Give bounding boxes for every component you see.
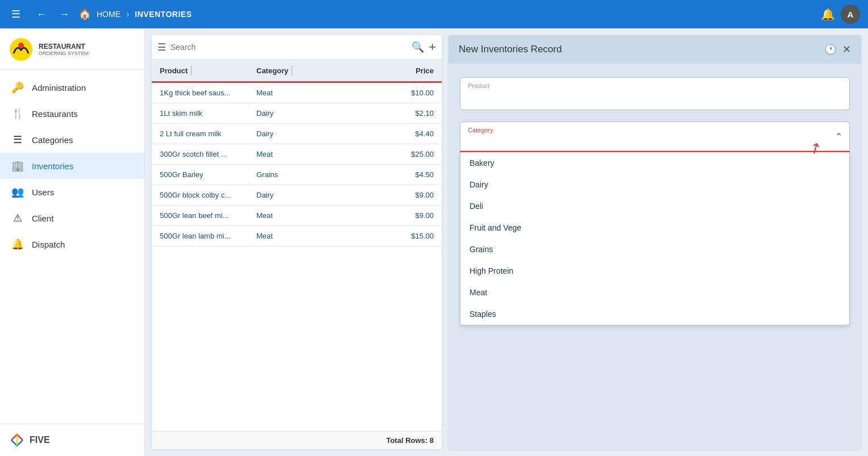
page-title: INVENTORIES: [135, 10, 192, 19]
cell-product: 1Lt skim milk: [152, 103, 248, 123]
dropdown-option[interactable]: High Protein: [460, 260, 849, 282]
sidebar-item-dispatch[interactable]: 🔔 Dispatch: [0, 231, 144, 257]
table-row[interactable]: 500Gr Barley Grains $4.50: [152, 165, 442, 185]
dropdown-option[interactable]: Deli: [460, 195, 849, 217]
cell-category: Meat: [248, 226, 345, 246]
filter-icon: ☰: [157, 41, 166, 53]
cell-price: $15.00: [345, 226, 442, 246]
table-row[interactable]: 300Gr scotch fillet ... Meat $25.00: [152, 144, 442, 165]
back-button[interactable]: ←: [33, 6, 50, 23]
dropdown-option[interactable]: Meat: [460, 282, 849, 303]
cell-product: 2 Lt full cream milk: [152, 124, 248, 144]
table-header: Product Category Price: [152, 60, 442, 83]
cell-category: Dairy: [248, 103, 345, 123]
restaurants-icon: 🍴: [11, 107, 24, 120]
dropdown-option[interactable]: Grains: [460, 239, 849, 260]
table-body: 1Kg thick beef saus... Meat $10.00 1Lt s…: [152, 83, 442, 431]
cell-category: Grains: [248, 165, 345, 185]
forward-button[interactable]: →: [56, 6, 73, 23]
category-label: Category: [468, 127, 493, 133]
administration-icon: 🔑: [11, 81, 24, 94]
table-row[interactable]: 1Lt skim milk Dairy $2.10: [152, 103, 442, 124]
cell-product: 1Kg thick beef saus...: [152, 83, 248, 103]
search-input[interactable]: [171, 43, 407, 52]
dropdown-option[interactable]: Fruit and Vege: [460, 217, 849, 239]
sidebar-item-users[interactable]: 👥 Users: [0, 179, 144, 205]
col-category: Category: [248, 60, 345, 81]
cell-category: Meat: [248, 206, 345, 225]
category-chevron-icon[interactable]: ⌃: [835, 131, 842, 142]
cell-category: Dairy: [248, 185, 345, 205]
history-button[interactable]: 🕐: [824, 43, 837, 56]
col-sep-1: [191, 65, 192, 76]
record-title: New Inventories Record: [459, 44, 824, 55]
home-link[interactable]: HOME: [97, 10, 121, 19]
add-record-button[interactable]: +: [429, 40, 436, 55]
inventories-icon: 🏢: [11, 160, 24, 172]
table-row[interactable]: 1Kg thick beef saus... Meat $10.00: [152, 83, 442, 103]
sidebar-footer: FIVE: [0, 424, 144, 456]
sidebar-item-restaurants[interactable]: 🍴 Restaurants: [0, 101, 144, 127]
table-row[interactable]: 500Gr lean lamb mi... Meat $15.00: [152, 226, 442, 246]
cell-product: 500Gr Barley: [152, 165, 248, 185]
table-row[interactable]: 2 Lt full cream milk Dairy $4.40: [152, 124, 442, 144]
svg-point-1: [18, 43, 24, 48]
categories-icon: ☰: [11, 133, 24, 146]
table-toolbar: ☰ 🔍 +: [152, 35, 442, 60]
avatar[interactable]: A: [841, 5, 860, 24]
record-panel: New Inventories Record 🕐 ✕ Product Categ…: [448, 35, 861, 449]
total-rows-label: Total Rows: 8: [386, 436, 434, 445]
sidebar-item-administration[interactable]: 🔑 Administration: [0, 74, 144, 101]
col-product: Product: [152, 60, 248, 81]
sidebar-label-administration: Administration: [32, 83, 86, 93]
dispatch-icon: 🔔: [11, 238, 24, 250]
five-brand-label: FIVE: [30, 435, 50, 445]
cell-category: Meat: [248, 83, 345, 103]
cell-price: $25.00: [345, 144, 442, 164]
sidebar-item-categories[interactable]: ☰ Categories: [0, 127, 144, 153]
notifications-button[interactable]: 🔔: [821, 7, 835, 21]
col-price: Price: [345, 60, 442, 81]
five-logo-icon: [9, 432, 25, 448]
logo-text: RESTAURANT ORDERING SYSTEM: [39, 43, 89, 56]
search-button[interactable]: 🔍: [412, 41, 424, 53]
sidebar: RESTAURANT ORDERING SYSTEM 🔑 Administrat…: [0, 28, 145, 456]
close-button[interactable]: ✕: [842, 43, 851, 56]
record-header-actions: 🕐 ✕: [824, 43, 851, 56]
product-field: Product: [460, 77, 850, 110]
users-icon: 👥: [11, 186, 24, 198]
cell-category: Meat: [248, 144, 345, 164]
sidebar-label-dispatch: Dispatch: [32, 240, 65, 249]
content-area: ☰ 🔍 + Product Category Price: [145, 28, 868, 456]
cell-product: 500Gr block colby c...: [152, 185, 248, 205]
dropdown-option[interactable]: Bakery: [460, 152, 849, 174]
dropdown-option[interactable]: Staples: [460, 303, 849, 325]
cell-price: $9.00: [345, 206, 442, 225]
cell-product: 500Gr lean beef mi...: [152, 206, 248, 225]
sidebar-label-restaurants: Restaurants: [32, 109, 78, 119]
sidebar-label-client: Client: [32, 214, 53, 223]
top-bar: ☰ ← → 🏠 HOME › INVENTORIES 🔔 A: [0, 0, 868, 28]
cell-price: $9.00: [345, 185, 442, 205]
cell-price: $2.10: [345, 103, 442, 123]
sidebar-item-inventories[interactable]: 🏢 Inventories: [0, 153, 144, 179]
breadcrumb-separator: ›: [126, 9, 129, 19]
category-input-box[interactable]: Category ⌃: [460, 122, 850, 151]
cell-category: Dairy: [248, 124, 345, 144]
cell-product: 500Gr lean lamb mi...: [152, 226, 248, 246]
col-sep-2: [292, 65, 292, 76]
logo-icon: [9, 37, 33, 61]
record-header: New Inventories Record 🕐 ✕: [448, 35, 861, 64]
menu-button[interactable]: ☰: [8, 6, 24, 23]
dropdown-option[interactable]: Dairy: [460, 174, 849, 195]
sidebar-logo: RESTAURANT ORDERING SYSTEM: [0, 28, 144, 70]
category-field-container: Category ⌃ ↗ BakeryDairyDeliFruit and Ve…: [460, 122, 850, 325]
table-row[interactable]: 500Gr block colby c... Dairy $9.00: [152, 185, 442, 206]
product-input-box[interactable]: Product: [460, 77, 850, 110]
table-row[interactable]: 500Gr lean beef mi... Meat $9.00: [152, 206, 442, 226]
cell-price: $4.40: [345, 124, 442, 144]
sidebar-label-users: Users: [32, 187, 54, 197]
table-panel: ☰ 🔍 + Product Category Price: [152, 35, 442, 449]
sidebar-label-categories: Categories: [32, 135, 73, 145]
sidebar-item-client[interactable]: ⚠ Client: [0, 205, 144, 231]
